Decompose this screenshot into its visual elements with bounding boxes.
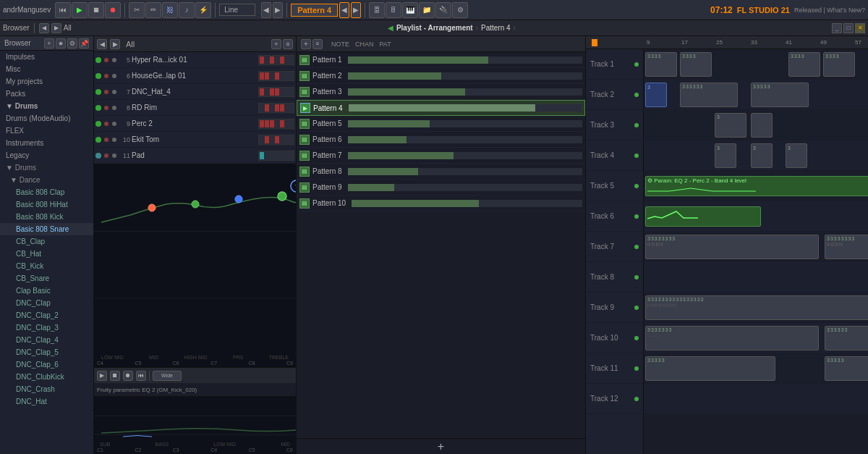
nav-next-btn[interactable]: ▶ [51, 23, 61, 33]
pad[interactable] [265, 56, 269, 64]
eq-point-2[interactable] [192, 201, 199, 208]
sidebar-item-flex[interactable]: FLEX [0, 125, 93, 137]
sidebar-item-dncclap6[interactable]: DNC_Clap_6 [0, 358, 93, 371]
line-display[interactable]: Line [219, 4, 255, 16]
block-1-1[interactable]: 3333 [645, 52, 677, 77]
channel-led-6[interactable] [95, 73, 101, 79]
block-1-2[interactable]: 3333 [680, 52, 712, 77]
pattern-item-3[interactable]: ▤ Pattern 3 [297, 84, 585, 100]
sidebar-item-dnchat[interactable]: DNC_Hat [0, 395, 93, 408]
block-10-1[interactable]: 3333333 ....... [645, 326, 819, 350]
channel-mute-7[interactable] [104, 90, 109, 94]
eq-point-1[interactable] [148, 204, 156, 211]
cr-bars-btn[interactable]: ≡ [283, 39, 293, 49]
pad[interactable] [280, 152, 284, 159]
pad[interactable] [270, 120, 274, 127]
eq-play-btn[interactable]: ▶ [97, 371, 107, 381]
nav-prev-btn[interactable]: ◀ [39, 23, 49, 33]
line-left-btn[interactable]: ◀ [261, 2, 271, 18]
pad[interactable] [275, 136, 279, 143]
sidebar-item-cbkick[interactable]: CB_Kick [0, 260, 93, 272]
pattern-item-10[interactable]: ▤ Pattern 10 [297, 196, 585, 211]
pad[interactable] [280, 88, 284, 96]
eq-rec-btn[interactable]: ⏺ [123, 371, 133, 381]
add-pattern-btn[interactable]: + [297, 438, 585, 454]
pad[interactable] [265, 152, 269, 159]
mixer-btn[interactable]: 🎛 [369, 2, 385, 18]
close-btn[interactable]: ✕ [855, 23, 865, 33]
prev-pattern-btn[interactable]: ⏮ [55, 2, 71, 18]
sidebar-item-dncclubkick[interactable]: DNC_ClubKick [0, 371, 93, 383]
sidebar-item-clapbasic[interactable]: Clap Basic [0, 285, 93, 297]
channel-mute-8[interactable] [104, 106, 109, 110]
cr-add-btn[interactable]: + [271, 39, 281, 49]
pattern-display[interactable]: Pattern 4 [291, 4, 338, 17]
channel-led-9[interactable] [95, 121, 101, 127]
plugin-btn[interactable]: 🔌 [435, 2, 451, 18]
block-11-2[interactable]: 33333 [825, 356, 868, 381]
pad[interactable] [260, 88, 264, 96]
pad[interactable] [275, 120, 279, 127]
pad[interactable] [275, 104, 279, 112]
tool-snap[interactable]: ⚡ [195, 2, 211, 18]
eq-prev-btn[interactable]: ⏮ [136, 371, 146, 381]
browser-btn[interactable]: 📁 [419, 2, 435, 18]
sidebar-item-dncclap2[interactable]: DNC_Clap_2 [0, 309, 93, 321]
pad[interactable] [280, 120, 284, 127]
auto-block-6[interactable] [645, 206, 761, 227]
block-4-2[interactable]: 3 [751, 143, 773, 168]
eq-point-3[interactable] [235, 196, 242, 203]
cr-prev-btn[interactable]: ◀ [97, 39, 107, 49]
sidebar-item-dncclap4[interactable]: DNC_Clap_4 [0, 334, 93, 346]
channel-mute-10[interactable] [104, 138, 109, 142]
channel-led-7[interactable] [95, 89, 101, 95]
sidebar-item-dncclap5[interactable]: DNC_Clap_5 [0, 346, 93, 358]
sidebar-item-drums-root[interactable]: ▼ Drums [0, 100, 93, 112]
pattern-item-8[interactable]: ▤ Pattern 8 [297, 164, 585, 180]
sidebar-gear-btn[interactable]: ⚙ [67, 38, 77, 49]
block-2-2[interactable]: 333333 [680, 83, 738, 107]
playhead[interactable] [592, 39, 597, 46]
pl-view-btn[interactable]: ≡ [312, 39, 323, 49]
pattern-item-4[interactable]: ▶ Pattern 4 [297, 100, 585, 116]
pad[interactable] [265, 104, 269, 112]
channel-solo-10[interactable] [112, 138, 116, 142]
sidebar-item-808snare[interactable]: Basic 808 Snare [0, 223, 93, 235]
tool-link[interactable]: ⛓ [162, 2, 178, 18]
pad[interactable] [270, 88, 274, 96]
sidebar-item-dnccrash[interactable]: DNC_Crash [0, 383, 93, 395]
channel-btn[interactable]: 🎚 [386, 2, 401, 18]
block-2-1[interactable]: 3 [645, 83, 667, 107]
channel-mute-6[interactable] [104, 74, 109, 78]
channel-led-11[interactable] [95, 153, 101, 159]
channel-solo-5[interactable] [112, 58, 116, 62]
channel-solo-7[interactable] [112, 90, 116, 94]
sidebar-item-808clap[interactable]: Basic 808 Clap [0, 186, 93, 198]
eq-point-4[interactable] [278, 192, 286, 201]
pad[interactable] [280, 104, 284, 112]
pad[interactable] [275, 88, 279, 96]
channel-led-8[interactable] [95, 105, 101, 111]
channel-mute-5[interactable] [104, 58, 109, 62]
block-7-1[interactable]: 33333333 |||||||||||| [645, 235, 819, 259]
pad[interactable] [265, 136, 269, 143]
pad[interactable] [265, 120, 269, 127]
sidebar-item-cbhat[interactable]: CB_Hat [0, 248, 93, 260]
sidebar-item-dncclap[interactable]: DNC_Clap [0, 297, 93, 309]
pattern-right-btn[interactable]: ▶ [351, 2, 361, 18]
channel-led-5[interactable] [95, 57, 101, 63]
minimize-btn[interactable]: _ [832, 23, 842, 33]
channel-led-10[interactable] [95, 137, 101, 143]
eq-stereo-btn[interactable]: Wide [153, 371, 182, 381]
pad[interactable] [270, 56, 274, 64]
channel-solo-8[interactable] [112, 106, 116, 110]
play-btn[interactable]: ▶ [72, 2, 88, 18]
cr-next-btn[interactable]: ▶ [110, 39, 120, 49]
block-3-1[interactable]: 3 [715, 113, 746, 138]
pad[interactable] [270, 152, 274, 159]
sidebar-add-btn[interactable]: + [44, 38, 54, 49]
sidebar-item-projects[interactable]: My projects [0, 75, 93, 88]
sidebar-item-drums-modeaudio[interactable]: Drums (ModeAudio) [0, 112, 93, 125]
sidebar-item-impulses[interactable]: Impulses [0, 51, 93, 63]
channel-mute-11[interactable] [104, 154, 109, 158]
